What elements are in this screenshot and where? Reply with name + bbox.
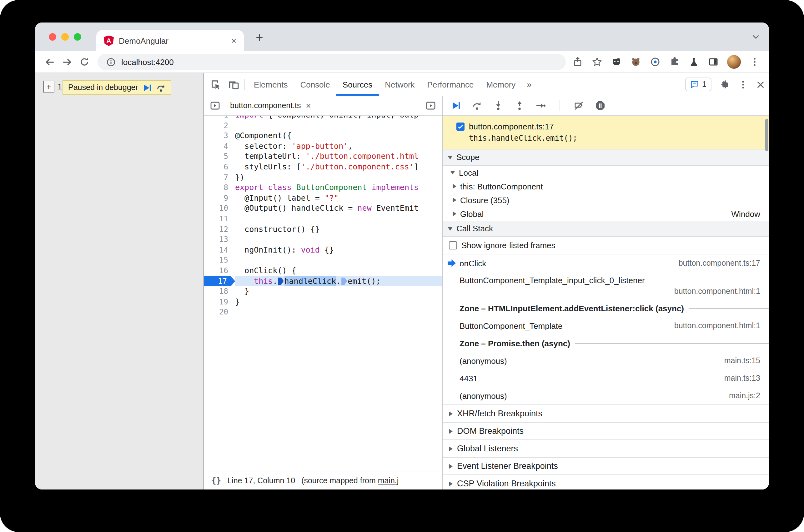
source-map-link[interactable]: main.j bbox=[378, 476, 399, 485]
devtools-tab-memory[interactable]: Memory bbox=[480, 73, 522, 96]
triangle-collapsed-icon[interactable] bbox=[453, 211, 456, 216]
settings-gear-icon[interactable] bbox=[716, 76, 734, 93]
banner-step-over-icon[interactable] bbox=[156, 83, 166, 92]
forward-button[interactable] bbox=[59, 54, 75, 70]
line-number-gutter[interactable]: 19 bbox=[204, 297, 235, 307]
scope-row[interactable]: Closure (355) bbox=[443, 193, 769, 207]
site-info-icon[interactable] bbox=[105, 56, 116, 68]
triangle-expanded-icon[interactable] bbox=[450, 171, 455, 174]
step-into-icon[interactable] bbox=[493, 101, 503, 111]
minimize-window-button[interactable] bbox=[61, 33, 69, 41]
side-panel-icon[interactable] bbox=[708, 56, 719, 68]
line-number-gutter[interactable]: 18 bbox=[204, 286, 235, 297]
banner-resume-icon[interactable] bbox=[142, 83, 152, 92]
devtools-tab-network[interactable]: Network bbox=[379, 73, 421, 96]
device-toolbar-icon[interactable] bbox=[225, 76, 242, 93]
section-dom-breakpoints[interactable]: DOM Breakpoints bbox=[443, 422, 769, 439]
call-stack-frame[interactable]: 4431main.ts:13 bbox=[443, 369, 769, 387]
inline-eval-marker-icon[interactable] bbox=[341, 277, 347, 285]
call-stack-section-header[interactable]: Call Stack bbox=[443, 221, 769, 237]
line-number-gutter[interactable]: 4 bbox=[204, 141, 235, 152]
address-bar[interactable]: localhost:4200 bbox=[97, 54, 566, 70]
extension-mask-icon[interactable] bbox=[611, 56, 622, 68]
line-number-gutter[interactable]: 9 bbox=[204, 193, 235, 204]
line-number-gutter[interactable]: 16 bbox=[204, 266, 235, 276]
close-window-button[interactable] bbox=[49, 33, 56, 41]
pause-on-exceptions-icon[interactable] bbox=[595, 101, 605, 111]
bookmark-star-icon[interactable] bbox=[591, 56, 603, 68]
tab-search-chevron-icon[interactable] bbox=[751, 33, 760, 41]
devtools-menu-icon[interactable] bbox=[734, 76, 751, 93]
line-number-gutter[interactable]: 10 bbox=[204, 204, 235, 214]
line-number-gutter[interactable]: 1 bbox=[204, 116, 235, 120]
section-xhr-fetch-breakpoints[interactable]: XHR/fetch Breakpoints bbox=[443, 404, 769, 422]
triangle-collapsed-icon[interactable] bbox=[453, 184, 456, 189]
call-stack-frame[interactable]: (anonymous)main.ts:15 bbox=[443, 352, 769, 369]
inspect-element-icon[interactable] bbox=[207, 76, 225, 93]
inline-eval-marker-icon[interactable] bbox=[278, 277, 284, 285]
reload-button[interactable] bbox=[76, 54, 93, 70]
extension-animal-icon[interactable] bbox=[630, 56, 642, 68]
devtools-tab-elements[interactable]: Elements bbox=[248, 73, 294, 96]
line-number-gutter[interactable]: 6 bbox=[204, 162, 235, 172]
browser-tab[interactable]: A DemoAngular × bbox=[96, 30, 244, 51]
scope-row[interactable]: GlobalWindow bbox=[443, 207, 769, 221]
line-number-gutter[interactable]: 8 bbox=[204, 183, 235, 193]
url-text[interactable]: localhost:4200 bbox=[121, 57, 174, 66]
devtools-tab-console[interactable]: Console bbox=[294, 73, 336, 96]
devtools-tab-sources[interactable]: Sources bbox=[336, 73, 379, 96]
issues-button[interactable]: 1 bbox=[685, 77, 711, 91]
triangle-collapsed-icon[interactable] bbox=[453, 197, 456, 203]
editor-overflow-icon[interactable] bbox=[422, 97, 440, 114]
line-number-gutter[interactable]: 15 bbox=[204, 255, 235, 266]
step-over-icon[interactable] bbox=[472, 101, 482, 111]
deactivate-breakpoints-icon[interactable] bbox=[574, 101, 584, 111]
line-number-gutter[interactable]: 3 bbox=[204, 131, 235, 141]
line-number-gutter[interactable]: 7 bbox=[204, 172, 235, 183]
sidebar-scrollbar[interactable] bbox=[765, 119, 768, 151]
call-stack-frame[interactable]: ButtonComponent_Templatebutton.component… bbox=[443, 317, 769, 335]
show-ignore-listed-frames[interactable]: Show ignore-listed frames bbox=[443, 237, 769, 254]
fullscreen-window-button[interactable] bbox=[74, 33, 81, 41]
pretty-print-icon[interactable]: {} bbox=[211, 476, 221, 485]
step-icon[interactable] bbox=[536, 101, 546, 111]
scope-row[interactable]: Local bbox=[443, 166, 769, 179]
line-number-gutter[interactable]: 5 bbox=[204, 152, 235, 162]
scope-row[interactable]: this: ButtonComponent bbox=[443, 179, 769, 193]
section-global-listeners[interactable]: Global Listeners bbox=[443, 439, 769, 457]
back-button[interactable] bbox=[41, 54, 58, 70]
breakpoint-checkbox[interactable] bbox=[456, 122, 464, 131]
line-number-gutter[interactable]: 11 bbox=[204, 214, 235, 224]
extensions-puzzle-icon[interactable] bbox=[669, 56, 680, 68]
profile-avatar[interactable] bbox=[727, 55, 741, 69]
line-number-gutter[interactable]: 17 bbox=[204, 276, 235, 286]
new-tab-button[interactable]: + bbox=[251, 30, 268, 46]
more-panels-button[interactable]: » bbox=[522, 73, 537, 96]
section-csp-violation-breakpoints[interactable]: CSP Violation Breakpoints bbox=[443, 474, 769, 490]
file-tab[interactable]: button.component.ts × bbox=[224, 96, 317, 115]
extension-flask-icon[interactable] bbox=[688, 56, 700, 68]
ignore-listed-checkbox[interactable] bbox=[449, 241, 457, 249]
line-number-gutter[interactable]: 20 bbox=[204, 307, 235, 318]
line-number-gutter[interactable]: 2 bbox=[204, 120, 235, 131]
tab-close-icon[interactable]: × bbox=[231, 36, 236, 46]
browser-menu-icon[interactable] bbox=[749, 56, 760, 68]
share-icon[interactable] bbox=[572, 56, 583, 68]
page-increment-button[interactable]: + bbox=[43, 81, 54, 93]
devtools-tab-performance[interactable]: Performance bbox=[421, 73, 480, 96]
extension-privacy-badge-icon[interactable] bbox=[650, 56, 661, 68]
call-stack-frame[interactable]: (anonymous)main.js:2 bbox=[443, 387, 769, 404]
resume-script-icon[interactable] bbox=[451, 101, 461, 111]
show-navigator-icon[interactable] bbox=[206, 97, 224, 114]
call-stack-frame[interactable]: ButtonComponent_Template_input_click_0_l… bbox=[443, 272, 769, 300]
line-number-gutter[interactable]: 14 bbox=[204, 245, 235, 255]
file-tab-close-icon[interactable]: × bbox=[306, 101, 311, 111]
step-out-icon[interactable] bbox=[515, 101, 524, 111]
scope-section-header[interactable]: Scope bbox=[443, 149, 769, 166]
devtools-close-icon[interactable] bbox=[751, 76, 769, 93]
line-number-gutter[interactable]: 13 bbox=[204, 234, 235, 245]
call-stack-frame[interactable]: onClickbutton.component.ts:17 bbox=[443, 254, 769, 272]
code-editor[interactable]: 1import { Component, OnInit, Input, Outp… bbox=[204, 116, 442, 471]
line-number-gutter[interactable]: 12 bbox=[204, 224, 235, 234]
section-event-listener-breakpoints[interactable]: Event Listener Breakpoints bbox=[443, 457, 769, 474]
